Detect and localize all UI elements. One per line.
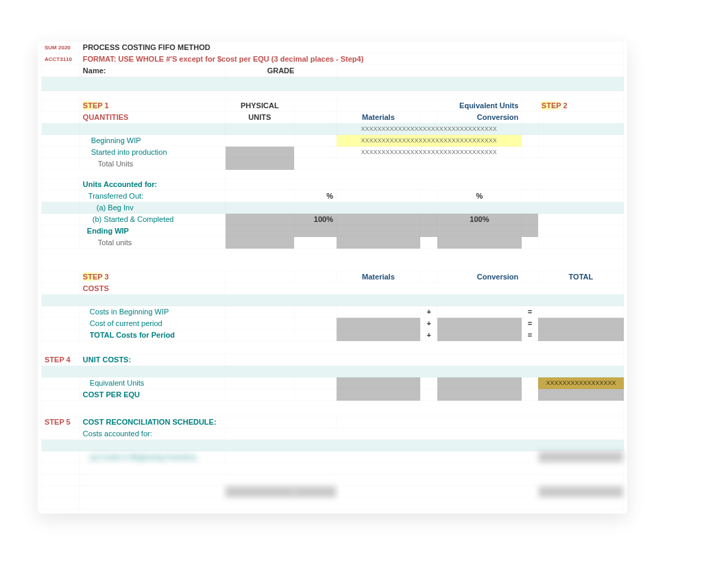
input-cell[interactable]	[226, 486, 295, 498]
xrow-3: XXXXXXXXXXXXXXXXXXXXXXXXXXXXXXXXX	[337, 147, 522, 158]
input-cell[interactable]	[437, 377, 522, 389]
b-started-completed: (b) Started & Completed	[80, 214, 225, 225]
a-beg-inv: (a) Beg Inv	[80, 202, 225, 214]
units-label: UNITS	[226, 112, 295, 123]
pct-100-1: 100%	[294, 214, 336, 225]
input-cell[interactable]	[538, 389, 623, 401]
beginning-wip: Beginning WIP	[80, 135, 225, 147]
course-label: ACCT3110	[42, 53, 80, 65]
plus-1: +	[420, 306, 437, 318]
pct-label-2: %	[437, 190, 522, 202]
ending-wip: Ending WIP	[80, 225, 225, 237]
input-cell[interactable]	[437, 389, 522, 401]
input-cell[interactable]	[437, 329, 522, 341]
plus-2: +	[420, 318, 437, 329]
grade-label: GRADE	[226, 65, 337, 77]
input-cell[interactable]	[226, 158, 295, 170]
conversion-label-1: Conversion	[437, 112, 522, 123]
costs-in-beg-wip: Costs in Beginning WIP	[80, 306, 225, 318]
input-cell[interactable]	[337, 225, 421, 237]
pct-label-1: %	[294, 190, 336, 202]
input-cell[interactable]	[337, 318, 421, 329]
cost-per-equ: COST PER EQU	[80, 389, 225, 401]
input-cell[interactable]	[538, 486, 623, 498]
total-costs-period: TOTAL Costs for Period	[80, 329, 225, 341]
xfill: XXXXXXXXXXXXXXXXX	[538, 377, 623, 389]
step5-label: STEP 5	[42, 416, 80, 428]
step3-label: STEP 3	[83, 273, 109, 281]
cost-current-period: Cost of current period	[80, 318, 225, 329]
step4-label: STEP 4	[42, 354, 80, 366]
eq-1: =	[522, 306, 539, 318]
materials-label-2: Materials	[337, 271, 421, 283]
input-cell[interactable]	[294, 486, 336, 498]
input-cell[interactable]	[337, 377, 421, 389]
conversion-label-2: Conversion	[437, 271, 522, 283]
input-cell[interactable]	[226, 225, 295, 237]
input-cell[interactable]	[337, 214, 421, 225]
input-cell[interactable]	[226, 147, 295, 158]
eq-3: =	[522, 329, 539, 341]
costs-label: COSTS	[80, 283, 225, 295]
input-cell[interactable]	[337, 329, 421, 341]
input-cell[interactable]	[538, 318, 623, 329]
physical-label: PHYSICAL	[226, 100, 295, 112]
input-cell[interactable]	[337, 237, 421, 249]
materials-label-1: Materials	[337, 112, 421, 123]
format-note: FORMAT: USE WHOLE #'S except for $cost p…	[80, 53, 623, 65]
input-cell[interactable]	[337, 389, 421, 401]
equivalent-units: Equivalent Units	[80, 377, 225, 389]
input-cell[interactable]	[538, 451, 623, 463]
costs-accounted-for: Costs accounted for:	[80, 428, 225, 440]
cost-recon-schedule: COST RECONCILIATION SCHEDULE:	[80, 416, 336, 428]
a-costs-beg-inv: (a) Costs in Beginning Inventory	[80, 451, 225, 463]
pct-100-2: 100%	[437, 214, 522, 225]
input-cell[interactable]	[226, 214, 295, 225]
plus-3: +	[420, 329, 437, 341]
input-cell[interactable]	[226, 237, 295, 249]
input-cell[interactable]	[437, 237, 522, 249]
input-cell[interactable]	[437, 318, 522, 329]
started-into-production: Started into production	[80, 147, 225, 158]
input-cell[interactable]	[437, 225, 522, 237]
total-label: TOTAL	[538, 271, 623, 283]
title: PROCESS COSTING FIFO METHOD	[80, 42, 623, 53]
term-label: SUM 2020	[42, 42, 80, 53]
eq-2: =	[522, 318, 539, 329]
total-units: Total Units	[80, 158, 225, 170]
worksheet: SUM 2020 PROCESS COSTING FIFO METHOD ACC…	[41, 41, 624, 510]
unit-costs-label: UNIT COSTS:	[80, 354, 225, 366]
total-units-2: Total units	[80, 237, 225, 249]
step2-label: STEP 2	[542, 101, 568, 110]
name-label: Name:	[80, 65, 225, 77]
step1-label: STEP 1	[83, 101, 109, 110]
grid: SUM 2020 PROCESS COSTING FIFO METHOD ACC…	[41, 41, 624, 510]
transferred-out: Transferred Out:	[80, 190, 225, 202]
equiv-units-label: Equivalent Units	[337, 100, 522, 112]
quantities-label: QUANTITIES	[80, 112, 225, 123]
units-accounted-for: Units Accounted for:	[80, 179, 225, 190]
xrow-1: XXXXXXXXXXXXXXXXXXXXXXXXXXXXXXXXX	[337, 123, 522, 135]
input-cell[interactable]	[538, 329, 623, 341]
xrow-2: XXXXXXXXXXXXXXXXXXXXXXXXXXXXXXXXX	[337, 135, 522, 147]
